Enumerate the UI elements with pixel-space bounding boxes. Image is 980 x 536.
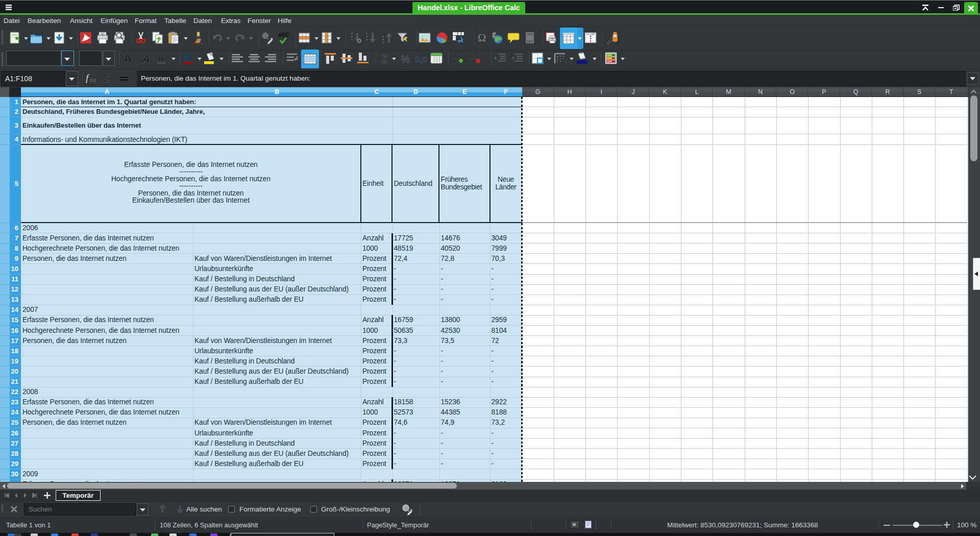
svg-text:A: A bbox=[184, 52, 191, 63]
svg-text:Σ: Σ bbox=[103, 72, 110, 84]
svg-text:%: % bbox=[401, 53, 410, 65]
svg-text:f: f bbox=[86, 72, 90, 83]
svg-text:$: $ bbox=[381, 52, 387, 65]
svg-text:(x): (x) bbox=[90, 77, 96, 83]
svg-text:0,0: 0,0 bbox=[415, 55, 427, 64]
svg-text:Ω: Ω bbox=[478, 32, 486, 44]
svg-text:ABC: ABC bbox=[278, 32, 289, 38]
svg-text:A: A bbox=[157, 52, 164, 63]
svg-text:A: A bbox=[141, 53, 150, 65]
svg-text:A: A bbox=[124, 52, 132, 65]
svg-text:0.00: 0.00 bbox=[467, 53, 480, 61]
